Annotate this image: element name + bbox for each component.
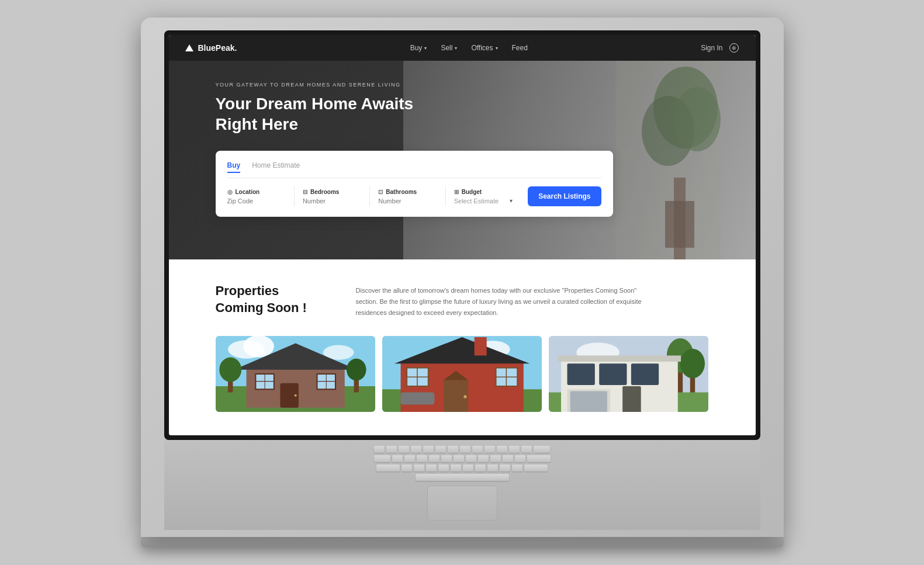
brand-logo-icon xyxy=(185,44,193,51)
hero-plant-decoration xyxy=(615,61,721,259)
nav-offices[interactable]: Offices ▾ xyxy=(471,44,497,52)
bed-icon: ⊟ xyxy=(303,189,307,195)
svg-rect-52 xyxy=(631,363,659,385)
key xyxy=(487,465,498,472)
key xyxy=(500,465,510,472)
svg-point-24 xyxy=(346,358,366,380)
key xyxy=(411,446,421,453)
spacebar-key xyxy=(416,474,509,481)
screen: BluePeak. Buy ▾ Sell ▾ Offices xyxy=(169,35,756,435)
svg-rect-55 xyxy=(622,386,641,412)
key xyxy=(509,446,520,453)
hero-section: YOUR GATEWAY TO DREAM HOMES AND SERENE L… xyxy=(169,61,756,259)
svg-point-14 xyxy=(294,394,296,396)
bedrooms-input[interactable] xyxy=(303,197,361,204)
key xyxy=(485,446,495,453)
laptop-body: BluePeak. Buy ▾ Sell ▾ Offices xyxy=(141,18,784,536)
svg-point-46 xyxy=(680,348,705,377)
key xyxy=(438,465,449,472)
key xyxy=(435,446,446,453)
budget-select[interactable]: Select Estimate ▾ xyxy=(454,197,513,204)
search-tabs: Buy Home Estimate xyxy=(227,161,601,178)
key xyxy=(460,446,470,453)
key xyxy=(527,455,551,462)
brand-name: BluePeak. xyxy=(198,43,237,53)
bedrooms-label: ⊟ Bedrooms xyxy=(303,189,361,195)
key xyxy=(423,446,434,453)
svg-rect-49 xyxy=(558,355,681,362)
screen-bezel: BluePeak. Buy ▾ Sell ▾ Offices xyxy=(164,30,760,439)
tab-home-estimate[interactable]: Home Estimate xyxy=(252,161,300,173)
nav-sell[interactable]: Sell ▾ xyxy=(441,44,457,52)
key xyxy=(417,455,427,462)
key xyxy=(374,446,385,453)
svg-point-33 xyxy=(463,395,466,398)
buy-chevron-icon: ▾ xyxy=(424,46,427,51)
key xyxy=(466,455,476,462)
language-globe-icon[interactable]: ⊕ xyxy=(729,43,739,53)
key xyxy=(414,465,424,472)
svg-point-3 xyxy=(674,87,721,151)
key xyxy=(374,455,390,462)
key xyxy=(478,455,489,462)
key xyxy=(524,465,548,472)
location-label: ◎ Location xyxy=(227,189,286,195)
property-cards xyxy=(216,336,709,412)
properties-section: PropertiesComing Soon ! Discover the all… xyxy=(169,259,756,435)
key xyxy=(376,465,400,472)
key xyxy=(463,465,473,472)
hero-title: Your Dream Home Awaits Right Here xyxy=(216,93,438,134)
svg-rect-40 xyxy=(400,392,434,404)
property-card-2[interactable] xyxy=(382,336,542,412)
key xyxy=(521,446,532,453)
offices-chevron-icon: ▾ xyxy=(496,46,498,51)
tab-buy[interactable]: Buy xyxy=(227,161,241,173)
sign-in-button[interactable]: Sign In xyxy=(701,44,722,52)
key xyxy=(475,465,486,472)
key xyxy=(392,455,403,462)
svg-rect-5 xyxy=(665,201,694,248)
budget-chevron-icon: ▾ xyxy=(510,197,513,204)
svg-rect-50 xyxy=(567,363,595,385)
key xyxy=(448,446,458,453)
property-card-3[interactable] xyxy=(549,336,708,412)
key xyxy=(490,455,501,462)
properties-description: Discover the allure of tomorrow's dream … xyxy=(356,285,660,318)
budget-label: ⊞ Budget xyxy=(454,189,513,195)
bedrooms-field: ⊟ Bedrooms xyxy=(295,186,370,206)
key xyxy=(454,455,464,462)
key xyxy=(472,446,483,453)
key xyxy=(503,455,513,462)
budget-field[interactable]: ⊞ Budget Select Estimate ▾ xyxy=(446,186,521,206)
budget-icon: ⊞ xyxy=(454,189,459,195)
key xyxy=(429,455,439,462)
nav-buy[interactable]: Buy ▾ xyxy=(410,44,427,52)
laptop-frame: BluePeak. Buy ▾ Sell ▾ Offices xyxy=(141,18,784,547)
search-listings-button[interactable]: Search Listings xyxy=(528,186,601,206)
location-input[interactable] xyxy=(227,197,286,204)
location-field: ◎ Location xyxy=(227,186,295,206)
bath-icon: ⊡ xyxy=(378,189,383,195)
key xyxy=(386,446,397,453)
search-box: Buy Home Estimate ◎ Location xyxy=(216,151,613,217)
bathrooms-field: ⊡ Bathrooms xyxy=(370,186,445,206)
property-card-1[interactable] xyxy=(216,336,375,412)
key xyxy=(399,446,409,453)
search-fields: ◎ Location ⊟ Bedrooms xyxy=(227,186,601,206)
svg-rect-54 xyxy=(570,391,607,412)
properties-title: PropertiesComing Soon ! xyxy=(216,283,321,316)
brand[interactable]: BluePeak. xyxy=(185,43,237,53)
key xyxy=(515,455,525,462)
svg-rect-30 xyxy=(475,337,487,355)
key xyxy=(426,465,437,472)
nav-feed[interactable]: Feed xyxy=(512,44,528,52)
key xyxy=(534,446,550,453)
bathrooms-input[interactable] xyxy=(378,197,437,204)
sell-chevron-icon: ▾ xyxy=(455,46,457,51)
key xyxy=(451,465,461,472)
navbar-right: Sign In ⊕ xyxy=(701,43,739,53)
bathrooms-label: ⊡ Bathrooms xyxy=(378,189,437,195)
navbar: BluePeak. Buy ▾ Sell ▾ Offices xyxy=(169,35,756,61)
key xyxy=(404,455,415,462)
key xyxy=(441,455,452,462)
